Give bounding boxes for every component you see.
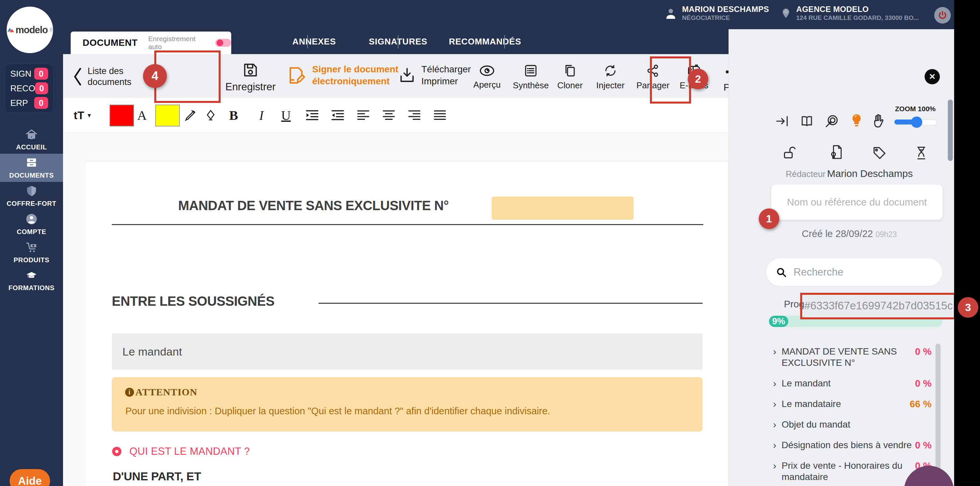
inject-button[interactable]: Injecter (594, 64, 627, 91)
justify-button[interactable] (432, 98, 448, 132)
collapse-panel-button[interactable] (774, 114, 789, 129)
eye-icon (479, 64, 495, 77)
help-button[interactable]: Aide (10, 469, 50, 486)
tags-button[interactable] (872, 145, 887, 162)
zoom-slider-knob[interactable] (911, 116, 922, 128)
modelo-logo[interactable]: modelo.fr (6, 6, 53, 53)
sidebar-item-produits[interactable]: PRODUITS (0, 238, 63, 266)
search-box[interactable] (766, 258, 942, 286)
agency-name: AGENCE MODELO (796, 5, 919, 14)
sidebar-item-label: ACCUEIL (16, 143, 47, 151)
book-icon (799, 114, 815, 128)
chevron-right-icon: › (773, 460, 782, 472)
download-print-button[interactable]: Télécharger Imprimer (398, 64, 471, 87)
italic-button[interactable]: I (254, 98, 269, 132)
align-left-button[interactable] (355, 98, 372, 132)
mandate-number-field[interactable] (492, 196, 634, 220)
text-color-swatch-red[interactable] (110, 105, 134, 126)
agency-address: 124 RUE CAMILLE GODARD, 33000 BO... (796, 14, 919, 22)
document-name-input[interactable] (771, 185, 942, 220)
back-label-2: documents (88, 77, 131, 87)
save-button[interactable]: Enregistrer (229, 61, 272, 93)
sidebar-item-label: COMPTE (17, 228, 46, 236)
logout-button[interactable] (934, 7, 951, 24)
certificate-button[interactable] (829, 144, 844, 162)
back-to-list-button[interactable]: Liste desdocuments (73, 66, 131, 88)
counter-label: ERP (10, 98, 28, 108)
reader-mode-button[interactable] (799, 114, 815, 129)
tab-document-label: DOCUMENT (83, 38, 138, 48)
text-color-button[interactable]: A (135, 98, 149, 132)
chevron-right-icon: › (773, 440, 782, 451)
panel-scrollbar[interactable] (948, 100, 953, 161)
eraser-button[interactable] (202, 98, 219, 132)
lock-button[interactable] (782, 145, 798, 162)
hand-icon (871, 113, 886, 129)
sidebar-item-accueil[interactable]: ACCUEIL (0, 126, 63, 154)
outline-scrollbar[interactable] (935, 344, 940, 486)
underline-button[interactable]: U (279, 98, 293, 132)
indent-increase-button[interactable] (304, 98, 320, 132)
annotation-step-3: 3 (958, 297, 978, 318)
outline-label: MANDAT DE VENTE SANS EXCLUSIVITE N° (782, 346, 915, 368)
align-right-button[interactable] (406, 98, 423, 132)
highlight-color-swatch-yellow[interactable] (155, 105, 180, 126)
sidebar-item-label: PRODUITS (14, 256, 49, 264)
sidebar-item-compte[interactable]: COMPTE (0, 210, 63, 238)
counter-reco[interactable]: RECO 0 (10, 82, 48, 94)
autosave-toggle[interactable] (215, 39, 231, 47)
zoom-level-label: ZOOM 100% (894, 105, 937, 113)
chevron-down-icon: ▾ (88, 111, 91, 119)
counter-badge: 0 (35, 82, 48, 94)
user-account[interactable]: MARION DESCHAMPS NÉGOCIATRICE (664, 5, 769, 22)
sidebar-item-coffre-fort[interactable]: COFFRE-FORT (0, 182, 63, 210)
highlighter-button[interactable] (183, 98, 198, 132)
outline-percent: 0 % (915, 378, 932, 389)
outline-item[interactable]: › Le mandataire 66 % (773, 398, 932, 410)
agency-info[interactable]: AGENCE MODELO 124 RUE CAMILLE GODARD, 33… (780, 5, 919, 22)
outline-item[interactable]: › MANDAT DE VENTE SANS EXCLUSIVITE N° 0 … (773, 346, 932, 368)
clone-button[interactable]: Cloner (555, 64, 585, 91)
indent-increase-icon (305, 109, 320, 121)
format-toolbar: tT ▾ A B I U (63, 98, 729, 133)
counter-sign[interactable]: SIGN 0 (10, 68, 48, 80)
counter-erp[interactable]: ERP 0 (10, 97, 48, 109)
document-canvas: MANDAT DE VENTE SANS EXCLUSIVITE N° ENTR… (63, 133, 729, 486)
outline-item[interactable]: › Objet du mandat (773, 419, 932, 430)
search-input[interactable] (793, 266, 942, 279)
top-bar: MARION DESCHAMPS NÉGOCIATRICE AGENCE MOD… (0, 0, 954, 29)
tag-icon (872, 145, 887, 161)
sidebar-item-documents[interactable]: DOCUMENTS (0, 154, 63, 182)
chevron-right-icon: › (773, 398, 782, 410)
outline-item[interactable]: › Le mandant 0 % (773, 378, 932, 389)
summary-button[interactable]: Synthèse (512, 64, 549, 91)
outline-item[interactable]: › Désignation des biens à vendre 0 % (773, 440, 932, 451)
home-icon (24, 128, 39, 141)
sync-icon (603, 64, 618, 78)
unlock-icon (782, 145, 798, 161)
bold-button[interactable]: B (226, 98, 241, 132)
download-label-1: Télécharger (421, 64, 471, 74)
outline-label: Prix de vente - Honoraires du mandataire (782, 460, 915, 483)
logo-text: modelo (16, 25, 48, 35)
preview-button[interactable]: Aperçu (471, 64, 504, 90)
tips-button[interactable] (850, 113, 863, 130)
sidebar-item-formations[interactable]: FORMATIONS (0, 266, 63, 295)
question-mandant[interactable]: QUI EST LE MANDANT ? (112, 446, 250, 457)
annotation-step-4: 4 (143, 64, 167, 88)
align-center-button[interactable] (380, 98, 397, 132)
font-size-button[interactable]: tT ▾ (69, 98, 95, 132)
pan-tool-button[interactable] (871, 113, 886, 130)
preview-label: Aperçu (473, 80, 501, 90)
indent-decrease-button[interactable] (329, 98, 346, 132)
navigate-target-button[interactable] (824, 113, 839, 130)
sign-document-button[interactable]: Signer le document électroniquement (287, 64, 398, 87)
mandant-section-header[interactable]: Le mandant (112, 333, 703, 370)
app-window: MARION DESCHAMPS NÉGOCIATRICE AGENCE MOD… (0, 0, 954, 486)
tab-recommandes[interactable]: RECOMMANDÉS (422, 29, 548, 54)
bold-icon: B (229, 108, 238, 123)
history-button[interactable] (914, 145, 928, 163)
arrow-to-bar-icon (774, 114, 789, 128)
align-right-icon (407, 109, 422, 121)
close-document-button[interactable]: ✕ (924, 69, 940, 84)
